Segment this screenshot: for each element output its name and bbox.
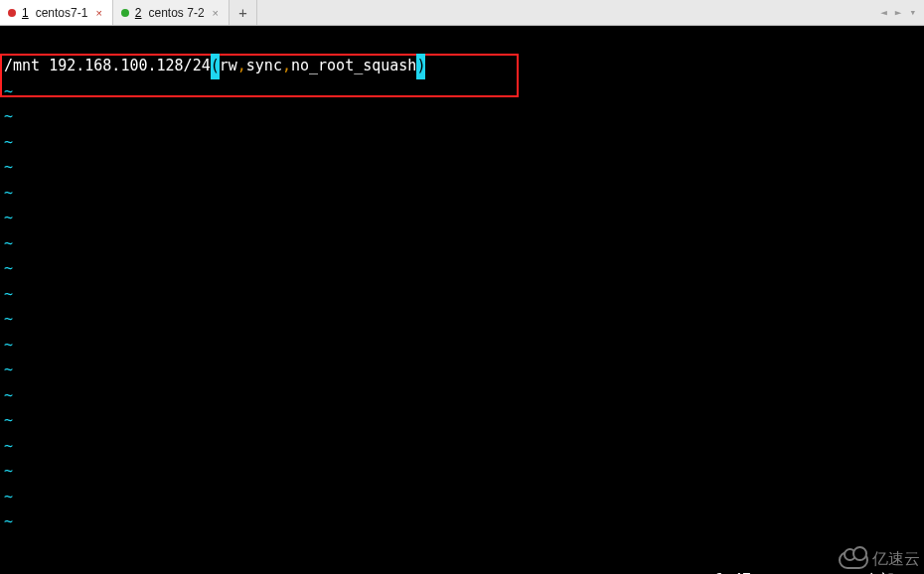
scroll-scope: 全部 <box>864 568 894 574</box>
comma: , <box>282 57 291 74</box>
empty-line-marker: ~ <box>0 79 924 105</box>
tab-menu-icon[interactable]: ▾ <box>909 6 916 19</box>
config-option: rw <box>220 57 237 74</box>
editor-content[interactable]: /mnt 192.168.100.128/24(rw,sync,no_root_… <box>0 54 924 535</box>
empty-line-marker: ~ <box>0 256 924 282</box>
close-icon[interactable]: × <box>211 7 221 19</box>
empty-line-marker: ~ <box>0 459 924 485</box>
tab-number: 2 <box>135 6 143 20</box>
tabbar-spacer <box>257 0 872 25</box>
tabbar-nav: ◄ ► ▾ <box>872 0 924 25</box>
empty-line-marker: ~ <box>0 509 924 535</box>
tab-centos7-2[interactable]: 2 centos 7-2 × <box>113 0 230 25</box>
empty-line-marker: ~ <box>0 181 924 207</box>
add-tab-button[interactable]: + <box>230 0 257 25</box>
close-icon[interactable]: × <box>93 7 103 19</box>
empty-line-marker: ~ <box>0 231 924 257</box>
status-dot-icon <box>8 9 16 17</box>
cursor: ( <box>211 54 220 79</box>
next-tab-icon[interactable]: ► <box>895 6 902 19</box>
config-option: no_root_squash <box>291 57 416 74</box>
empty-line-marker: ~ <box>0 434 924 460</box>
tab-label: centos7-1 <box>36 6 88 20</box>
empty-line-marker: ~ <box>0 307 924 333</box>
comma: , <box>237 57 246 74</box>
empty-line-marker: ~ <box>0 383 924 409</box>
config-text: /mnt 192.168.100.128/24 <box>4 57 211 74</box>
empty-line-marker: ~ <box>0 358 924 383</box>
status-dot-icon <box>121 9 129 17</box>
prev-tab-icon[interactable]: ◄ <box>880 6 887 19</box>
empty-line-marker: ~ <box>0 104 924 130</box>
config-option: sync <box>246 57 282 74</box>
empty-line-marker: ~ <box>0 155 924 181</box>
tab-centos7-1[interactable]: 1 centos7-1 × <box>0 0 113 25</box>
empty-lines: ~~~~~~~~~~~~~~~~~~ <box>0 79 924 535</box>
empty-line-marker: ~ <box>0 485 924 510</box>
tab-bar: 1 centos7-1 × 2 centos 7-2 × + ◄ ► ▾ <box>0 0 924 26</box>
paren-close-highlight: ) <box>416 54 425 79</box>
tab-number: 1 <box>22 6 30 20</box>
empty-line-marker: ~ <box>0 206 924 231</box>
empty-line-marker: ~ <box>0 282 924 308</box>
tab-label: centos 7-2 <box>149 6 205 20</box>
empty-line-marker: ~ <box>0 408 924 434</box>
empty-line-marker: ~ <box>0 130 924 156</box>
terminal[interactable]: /mnt 192.168.100.128/24(rw,sync,no_root_… <box>0 26 924 574</box>
editor-line-1[interactable]: /mnt 192.168.100.128/24(rw,sync,no_root_… <box>0 54 924 79</box>
empty-line-marker: ~ <box>0 333 924 359</box>
cursor-position: 1,47 <box>715 568 751 574</box>
